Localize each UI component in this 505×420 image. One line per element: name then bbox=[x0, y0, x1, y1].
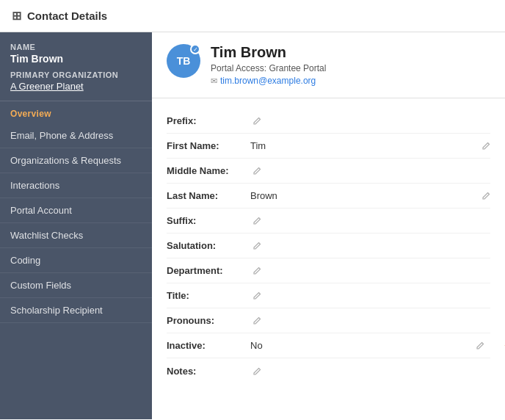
portal-access-label: Portal Access: bbox=[211, 63, 266, 73]
main-layout: Name Tim Brown Primary Organization A Gr… bbox=[0, 32, 505, 419]
sidebar-name-label: Name bbox=[10, 43, 142, 51]
field-label-notes: Notes: bbox=[167, 366, 247, 377]
edit-icon-inactive[interactable] bbox=[476, 341, 484, 350]
portal-access-line: Portal Access: Grantee Portal bbox=[211, 63, 490, 73]
sidebar-item-interactions[interactable]: Interactions bbox=[0, 173, 152, 198]
contact-name: Tim Brown bbox=[211, 44, 490, 61]
edit-icon-department[interactable] bbox=[253, 267, 261, 275]
sidebar-item-orgs-requests[interactable]: Organizations & Requests bbox=[0, 148, 152, 173]
sidebar-org-label: Primary Organization bbox=[10, 70, 142, 79]
field-row-first-name: First Name:Tim bbox=[167, 134, 490, 159]
field-row-last-name: Last Name:Brown bbox=[167, 184, 490, 209]
email-icon: ✉ bbox=[211, 76, 217, 86]
edit-icon-pronouns[interactable] bbox=[253, 316, 261, 325]
email-link[interactable]: tim.brown@example.org bbox=[220, 76, 316, 86]
field-label-prefix: Prefix: bbox=[167, 115, 247, 126]
field-value-first-name: Tim bbox=[250, 140, 479, 151]
edit-icon-notes[interactable] bbox=[253, 367, 261, 375]
sidebar-item-custom-fields[interactable]: Custom Fields bbox=[0, 273, 152, 298]
edit-icon-title[interactable] bbox=[253, 292, 261, 300]
field-value-last-name: Brown bbox=[250, 190, 479, 201]
field-row-salutation: Salutation: bbox=[167, 233, 490, 258]
field-value-inactive: No bbox=[250, 340, 473, 351]
edit-icon-middle-name[interactable] bbox=[253, 167, 261, 175]
avatar-wrap: TB ✓ bbox=[167, 44, 200, 78]
fields-container: Prefix: First Name:Tim Middle Name: Last… bbox=[167, 109, 490, 383]
field-label-last-name: Last Name: bbox=[167, 190, 247, 201]
field-label-salutation: Salutation: bbox=[167, 240, 247, 251]
edit-icon-last-name[interactable] bbox=[482, 192, 490, 200]
contact-details-icon: ⊞ bbox=[12, 9, 21, 23]
field-row-suffix: Suffix: bbox=[167, 209, 490, 233]
avatar-portal-badge: ✓ bbox=[190, 44, 200, 54]
field-row-middle-name: Middle Name: bbox=[167, 159, 490, 184]
field-row-pronouns: Pronouns: bbox=[167, 308, 490, 333]
field-label-pronouns: Pronouns: bbox=[167, 315, 247, 326]
field-row-prefix: Prefix: bbox=[167, 109, 490, 134]
edit-icon-first-name[interactable] bbox=[482, 142, 490, 150]
sidebar-contact-info: Name Tim Brown Primary Organization A Gr… bbox=[0, 32, 152, 101]
field-row-inactive: Inactive:No bbox=[167, 333, 490, 358]
contact-header: TB ✓ Tim Brown Portal Access: Grantee Po… bbox=[152, 32, 505, 98]
field-label-department: Department: bbox=[167, 265, 247, 276]
field-row-title: Title: bbox=[167, 283, 490, 308]
field-label-inactive: Inactive: bbox=[167, 340, 247, 351]
sidebar-name-value: Tim Brown bbox=[10, 53, 142, 65]
sidebar: Name Tim Brown Primary Organization A Gr… bbox=[0, 32, 152, 419]
sidebar-item-coding[interactable]: Coding bbox=[0, 248, 152, 273]
fields-section: Prefix: First Name:Tim Middle Name: Last… bbox=[152, 98, 505, 394]
edit-icon-salutation[interactable] bbox=[253, 242, 261, 250]
sidebar-item-watchlist-checks[interactable]: Watchlist Checks bbox=[0, 223, 152, 248]
field-row-department: Department: bbox=[167, 258, 490, 283]
sidebar-nav: Overview Email, Phone & AddressOrganizat… bbox=[0, 101, 152, 323]
portal-access-value: Grantee Portal bbox=[269, 63, 326, 73]
sidebar-org-link[interactable]: A Greener Planet bbox=[10, 81, 142, 92]
edit-icon-suffix[interactable] bbox=[253, 217, 261, 225]
page-title: Contact Details bbox=[27, 10, 107, 22]
field-label-suffix: Suffix: bbox=[167, 215, 247, 226]
sidebar-item-portal-account[interactable]: Portal Account bbox=[0, 198, 152, 223]
field-label-middle-name: Middle Name: bbox=[167, 165, 247, 176]
page-header: ⊞ Contact Details bbox=[0, 0, 505, 32]
sidebar-item-scholarship-recipient[interactable]: Scholarship Recipient bbox=[0, 298, 152, 323]
field-label-first-name: First Name: bbox=[167, 140, 247, 151]
edit-icon-prefix[interactable] bbox=[253, 117, 261, 125]
field-row-notes: Notes: bbox=[167, 358, 490, 383]
annotation-arrow-svg bbox=[490, 331, 505, 361]
contact-info-block: Tim Brown Portal Access: Grantee Portal … bbox=[211, 44, 490, 86]
sidebar-section-overview: Overview bbox=[0, 101, 152, 123]
sidebar-item-email-phone[interactable]: Email, Phone & Address bbox=[0, 123, 152, 148]
field-label-title: Title: bbox=[167, 290, 247, 301]
email-line: ✉ tim.brown@example.org bbox=[211, 76, 490, 86]
sidebar-nav-list: Email, Phone & AddressOrganizations & Re… bbox=[0, 123, 152, 323]
main-content: TB ✓ Tim Brown Portal Access: Grantee Po… bbox=[152, 32, 505, 419]
